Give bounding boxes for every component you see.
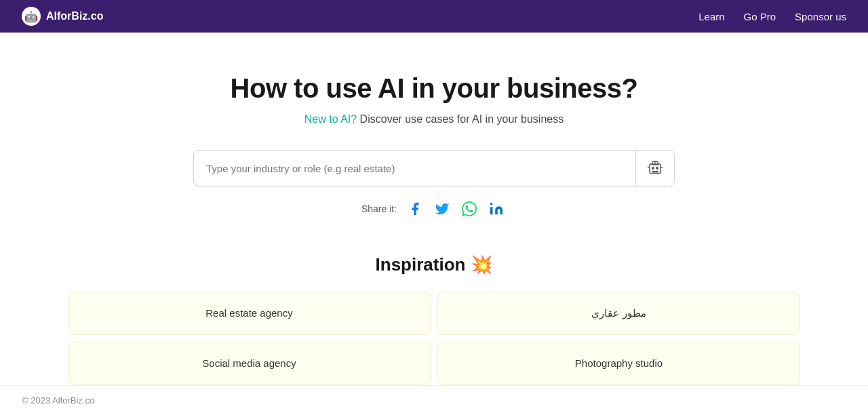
search-button[interactable] [635,151,674,186]
search-container [193,150,675,186]
inspiration-card-3[interactable]: Photography studio [437,342,800,384]
main-content: How to use AI in your business? New to A… [0,33,868,412]
site-header: 🤖 AlforBiz.co Learn Go Pro Sponsor us [0,0,868,33]
share-row: Share it: [361,199,507,219]
nav-go-pro[interactable]: Go Pro [744,11,776,22]
logo-text: AlforBiz.co [46,10,103,22]
hero-subtitle-rest: Discover use cases for AI in your busine… [357,113,564,125]
svg-point-3 [656,167,658,170]
nav-sponsor[interactable]: Sponsor us [795,11,846,22]
logo-icon: 🤖 [22,7,41,26]
new-to-ai-link[interactable]: New to AI? [304,113,357,125]
svg-rect-5 [652,171,658,173]
svg-point-2 [652,167,654,170]
site-footer: © 2023 AlforBiz.co [0,385,868,415]
share-icons [405,199,507,219]
main-nav: Learn Go Pro Sponsor us [698,11,846,22]
inspiration-emoji: 💥 [471,254,492,275]
nav-learn[interactable]: Learn [698,11,724,22]
hero-subtitle: New to AI? Discover use cases for AI in … [304,113,564,125]
hero-title: How to use AI in your business? [231,73,638,104]
svg-point-8 [490,203,493,205]
inspiration-title: Inspiration 💥 [376,254,493,275]
search-robot-icon [646,159,665,178]
whatsapp-icon[interactable] [459,199,479,219]
search-input[interactable] [194,153,635,184]
facebook-icon[interactable] [405,199,425,219]
inspiration-section: Inspiration 💥 Real estate agency مطور عق… [14,254,854,384]
inspiration-card-0[interactable]: Real estate agency [68,292,431,335]
inspiration-card-2[interactable]: Social media agency [68,342,431,384]
twitter-icon[interactable] [432,199,452,219]
copyright: © 2023 AlforBiz.co [22,395,94,406]
share-label: Share it: [361,203,397,214]
inspiration-grid: Real estate agency مطور عقاري Social med… [68,292,800,384]
inspiration-card-1[interactable]: مطور عقاري [437,292,800,335]
logo[interactable]: 🤖 AlforBiz.co [22,7,103,26]
linkedin-icon[interactable] [486,199,507,219]
